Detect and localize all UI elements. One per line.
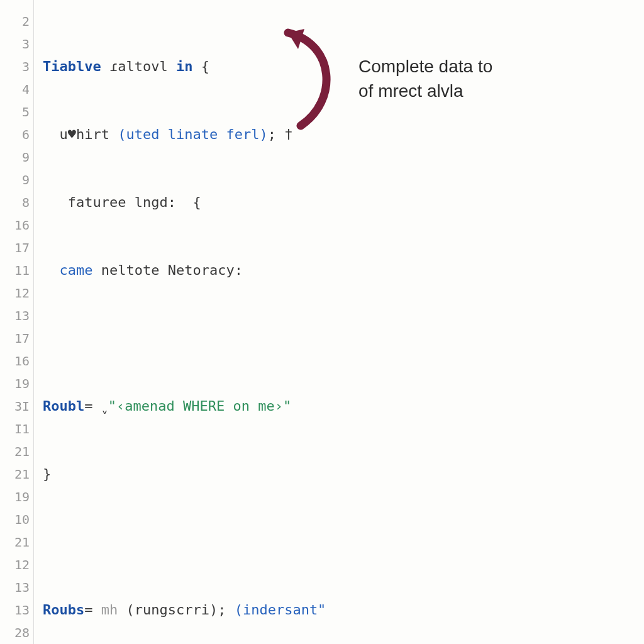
line-number: 10: [0, 508, 30, 531]
annotation-line-1: Complete data to: [358, 54, 597, 79]
code-line[interactable]: [43, 327, 644, 350]
line-number: 2: [0, 10, 30, 33]
line-number: 21: [0, 463, 30, 486]
line-number-gutter: 2 3 3 4 5 6 9 9 8 16 17 11 12 13 17 16 1…: [0, 0, 34, 644]
line-number: 3: [0, 55, 30, 78]
line-number: 3: [0, 33, 30, 55]
code-line[interactable]: faturee lngd: {: [43, 191, 644, 214]
line-number: 13: [0, 599, 30, 621]
annotation-line-2: of mrect alvla: [358, 79, 597, 103]
line-number: 4: [0, 78, 30, 101]
line-number: 8: [0, 191, 30, 214]
line-number: 12: [0, 553, 30, 576]
line-number: I1: [0, 418, 30, 440]
line-number: 9: [0, 169, 30, 191]
line-number: 17: [0, 236, 30, 259]
code-line[interactable]: }: [43, 463, 644, 486]
line-number: 19: [0, 486, 30, 508]
line-number: 12: [0, 282, 30, 304]
arrow-icon: [275, 25, 351, 132]
code-line[interactable]: Roubl= ˬ"‹amenad WHERE on me›": [43, 395, 644, 418]
code-line[interactable]: [43, 531, 644, 553]
code-line[interactable]: Roubs= mh (rungscrri); (indersant": [43, 599, 644, 621]
line-number: 21: [0, 440, 30, 463]
annotation-text: Complete data to of mrect alvla: [358, 54, 597, 103]
line-number: 3I: [0, 395, 30, 418]
line-number: 16: [0, 214, 30, 236]
line-number: 13: [0, 576, 30, 599]
line-number: 11: [0, 259, 30, 282]
line-number: 13: [0, 304, 30, 327]
code-line[interactable]: came neltote Netoracy:: [43, 259, 644, 282]
line-number: 5: [0, 101, 30, 123]
line-number: 16: [0, 350, 30, 372]
line-number: 17: [0, 327, 30, 350]
line-number: 6: [0, 123, 30, 146]
line-number: 28: [0, 621, 30, 644]
line-number: 9: [0, 146, 30, 169]
line-number: 19: [0, 372, 30, 395]
line-number: 21: [0, 531, 30, 553]
